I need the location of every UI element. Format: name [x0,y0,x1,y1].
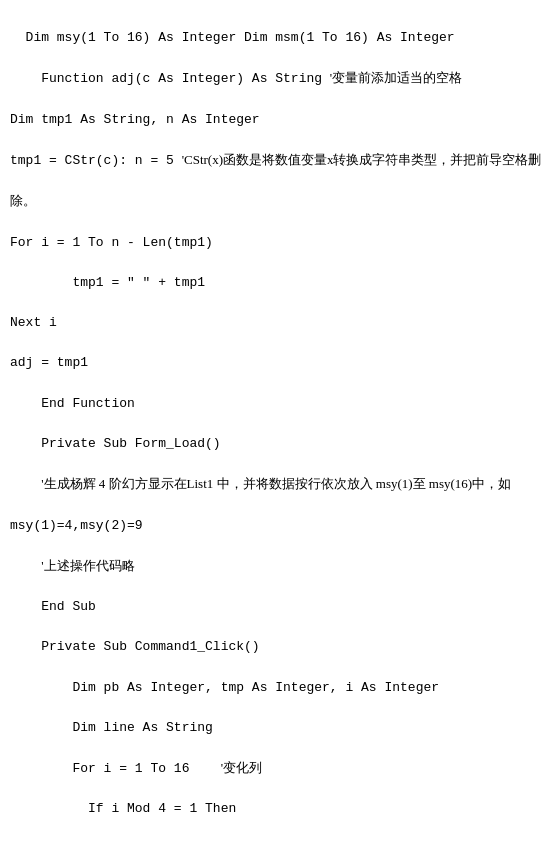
code-container: Dim msy(1 To 16) As Integer Dim msm(1 To… [10,8,550,842]
line-18: Dim line As String [10,718,550,738]
line-3: Dim tmp1 As String, n As Integer [10,110,550,130]
line-8: Next i [10,313,550,333]
line-10: End Function [10,394,550,414]
line-9: adj = tmp1 [10,353,550,373]
line-1: Dim msy(1 To 16) As Integer Dim msm(1 To… [10,28,550,48]
line-20: If i Mod 4 = 1 Then [10,799,550,819]
line-16: Private Sub Command1_Click() [10,637,550,657]
line-2: Function adj(c As Integer) As String '变量… [10,68,550,89]
line-11: Private Sub Form_Load() [10,434,550,454]
line-19: For i = 1 To 16 '变化列 [10,758,550,779]
line-4: tmp1 = CStr(c): n = 5 'CStr(x)函数是将数值变量x转… [10,150,550,171]
line-6: For i = 1 To n - Len(tmp1) [10,233,550,253]
line-17: Dim pb As Integer, tmp As Integer, i As … [10,678,550,698]
line-12: '生成杨辉 4 阶幻方显示在List1 中，并将数据按行依次放入 msy(1)至… [10,474,550,495]
line-15: End Sub [10,597,550,617]
line-5: 除。 [10,191,550,212]
line-14: '上述操作代码略 [10,556,550,577]
line-13: msy(1)=4,msy(2)=9 [10,516,550,536]
line-7: tmp1 = " " + tmp1 [10,273,550,293]
